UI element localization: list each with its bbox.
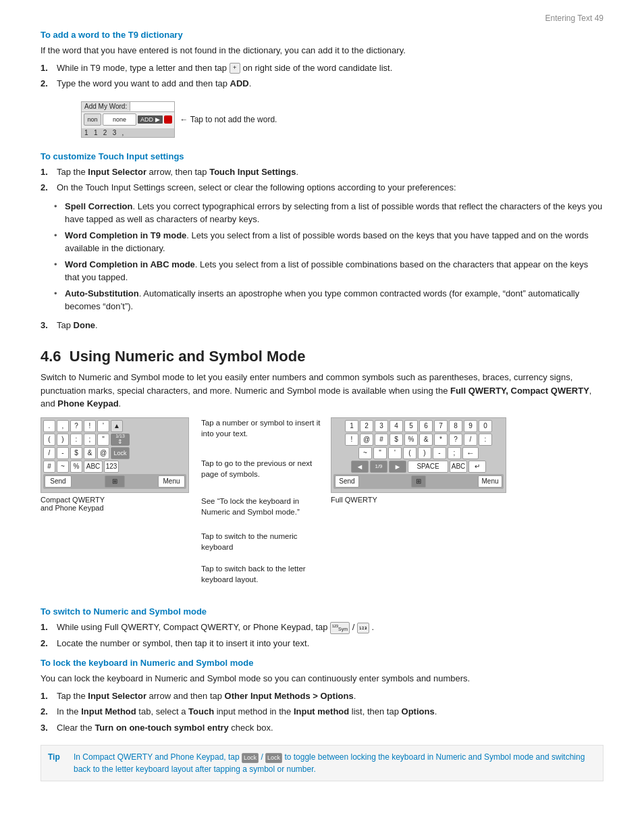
step-text: While in T9 mode, type a letter and then… xyxy=(57,61,392,75)
section-46-intro: Switch to Numeric and Symbol mode to let… xyxy=(41,371,603,411)
ks8: ? xyxy=(449,434,462,446)
switch-step-1: 1. While using Full QWERTY, Compact QWER… xyxy=(41,621,603,634)
dollar-key: $ xyxy=(70,447,82,459)
kb-row-4: # ~ % ABC 123 xyxy=(43,461,186,473)
full-keyboard-wrap: 1 2 3 4 5 6 7 8 9 0 ! @ # $ % xyxy=(331,417,603,598)
k7: 7 xyxy=(434,420,448,432)
colon-key: : xyxy=(70,434,82,446)
k8: 8 xyxy=(449,420,462,432)
kb-row-5: Send ⊞ Menu xyxy=(43,474,186,489)
add-word-box: Add My Word: non none ADD ▶ 1 1 2 3 , xyxy=(81,101,175,138)
k4: 4 xyxy=(390,420,403,432)
ks10: : xyxy=(479,434,492,446)
add-word-field xyxy=(130,102,173,111)
lock-intro: You can lock the keyboard in Numeric and… xyxy=(41,672,603,685)
enter-key: ↵ xyxy=(468,461,486,473)
ks6: & xyxy=(419,434,433,446)
ks17: ; xyxy=(448,447,461,459)
section-46: 4.6 Using Numeric and Symbol Mode Switch… xyxy=(41,348,603,781)
k6: 6 xyxy=(419,420,433,432)
bullet-text: Spell Correction. Lets you correct typog… xyxy=(65,200,603,226)
step-num: 2. xyxy=(41,181,53,194)
switch-steps: 1. While using Full QWERTY, Compact QWER… xyxy=(41,621,603,650)
ks2: @ xyxy=(360,434,373,446)
step-text: On the Touch Input Settings screen, sele… xyxy=(57,181,456,194)
t9-steps: 1. While in T9 mode, type a letter and t… xyxy=(41,61,603,90)
ann-text-4: Tap to switch to the numeric keyboard xyxy=(201,531,325,552)
step-text: Tap the Input Selector arrow and then ta… xyxy=(57,689,356,703)
kb-row-3: / - $ & @ Lock xyxy=(43,447,186,459)
add-btn: ADD ▶ xyxy=(138,115,163,124)
lparen-key: ( xyxy=(43,434,55,446)
k1: 1 xyxy=(345,420,358,432)
ann-text-1: Tap a number or symbol to insert it into… xyxy=(201,417,325,439)
full-kb-row-5: Send ⊞ Menu xyxy=(333,474,504,489)
lock-step-3: 3. Clear the Turn on one-touch symbol en… xyxy=(41,721,603,735)
bullet-dot: • xyxy=(54,258,61,284)
touch-step-1: 1. Tap the Input Selector arrow, then ta… xyxy=(41,165,603,179)
switch-section: To switch to Numeric and Symbol mode 1. … xyxy=(41,606,603,650)
compact-keyboard-wrap: . , ? ! ' ▲ ( ) : ; " 1/13 ⇕ xyxy=(41,417,196,598)
next-page-key: ► xyxy=(389,461,406,473)
space-key: SPACE xyxy=(408,461,448,473)
none-key: none xyxy=(103,113,136,126)
ann-item-1: Tap a number or symbol to insert it into… xyxy=(201,417,325,439)
step-num: 1. xyxy=(41,165,53,179)
ann-item-3: See “To lock the keyboard in Numeric and… xyxy=(201,496,325,517)
comma-key: , xyxy=(57,420,69,432)
step-text: While using Full QWERTY, Compact QWERTY,… xyxy=(57,621,374,634)
prev-page-key: ◄ xyxy=(351,461,369,473)
ks16: - xyxy=(433,447,446,459)
slash-key: / xyxy=(43,447,55,459)
ks14: ( xyxy=(403,447,417,459)
t9-step-1: 1. While in T9 mode, type a letter and t… xyxy=(41,61,603,75)
step-num: 2. xyxy=(41,637,53,650)
plus-icon: + xyxy=(230,63,240,74)
step-num: 3. xyxy=(41,721,53,735)
full-keyboard: 1 2 3 4 5 6 7 8 9 0 ! @ # $ % xyxy=(331,417,506,493)
hash-key: # xyxy=(43,461,55,473)
ann-item-4: Tap to switch to the numeric keyboard xyxy=(201,531,325,552)
pager-key: 1/13 ⇕ xyxy=(111,434,130,446)
k0: 0 xyxy=(479,420,492,432)
add-word-diagram: Add My Word: non none ADD ▶ 1 1 2 3 , ← … xyxy=(61,96,603,143)
tip-section: Tip In Compact QWERTY and Phone Keypad, … xyxy=(41,745,603,781)
grid-icon-key: ⊞ xyxy=(105,475,125,488)
step-num: 1. xyxy=(41,621,53,634)
menu-key-full: Menu xyxy=(478,475,502,488)
compact-keyboard-label: Compact QWERTYand Phone Keypad xyxy=(41,496,196,512)
full-kb-row-2: ! @ # $ % & * ? / : xyxy=(333,434,504,446)
t9-step-2: 2. Type the word you want to add and the… xyxy=(41,77,603,90)
amp-key: & xyxy=(84,447,96,459)
ks5: % xyxy=(404,434,418,446)
touch-bullets: • Spell Correction. Lets you correct typ… xyxy=(41,200,603,313)
sym-key-icon: ¹²³Sym xyxy=(330,622,350,633)
pct-key: % xyxy=(70,461,82,473)
excl-key: ! xyxy=(84,420,96,432)
step-text: In the Input Method tab, select a Touch … xyxy=(57,705,437,719)
ks1: ! xyxy=(345,434,358,446)
step-text: Tap the Input Selector arrow, then tap T… xyxy=(57,165,298,179)
pager-arrow: ⇕ xyxy=(117,438,123,445)
ks15: ) xyxy=(418,447,431,459)
close-x-icon xyxy=(164,115,172,124)
semi-key: ; xyxy=(84,434,96,446)
lock-key: Lock xyxy=(111,447,130,459)
pager-text: 1/13 xyxy=(115,434,125,438)
bullet-text: Word Completion in T9 mode. Lets you sel… xyxy=(65,229,603,255)
tilde-key: ~ xyxy=(57,461,69,473)
menu-key: Menu xyxy=(158,475,185,488)
apos-key: ' xyxy=(97,420,109,432)
lock-icon-1: Lock xyxy=(242,753,259,764)
ks12: " xyxy=(373,447,387,459)
bullet-dot: • xyxy=(54,229,61,255)
tip-text: In Compact QWERTY and Phone Keypad, tap … xyxy=(74,751,596,775)
send-key-full: Send xyxy=(335,475,359,488)
lock-icon-2: Lock xyxy=(265,753,282,764)
step-text: Clear the Turn on one-touch symbol entry… xyxy=(57,721,273,735)
lock-step-1: 1. Tap the Input Selector arrow and then… xyxy=(41,689,603,703)
bullet-text: Word Completion in ABC mode. Lets you se… xyxy=(65,258,603,284)
k2: 2 xyxy=(360,420,373,432)
ks13: ' xyxy=(388,447,402,459)
send-key: Send xyxy=(45,475,72,488)
